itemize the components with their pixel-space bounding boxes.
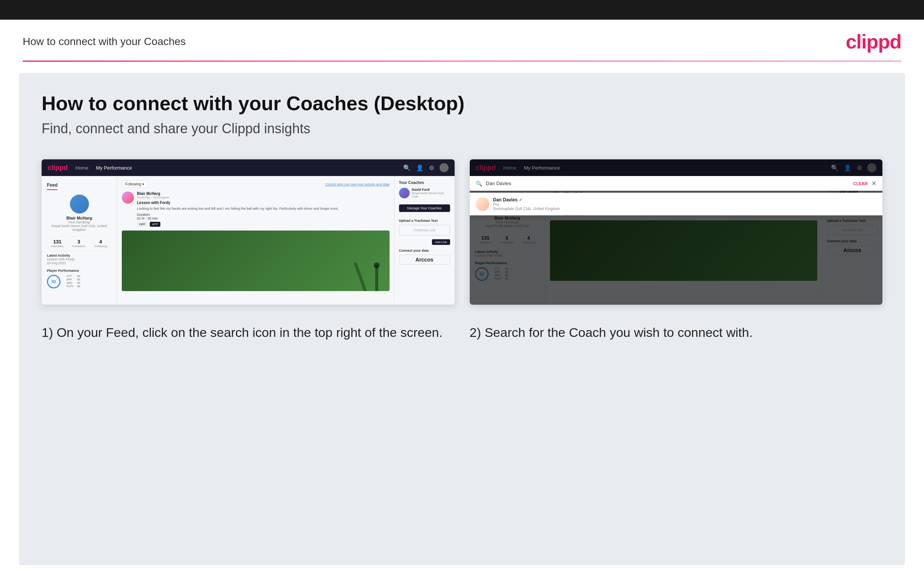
player-perf-title: Player Performance xyxy=(47,269,112,273)
verified-icon: ✔ xyxy=(519,197,523,203)
app-ui-1: clippd Home My Performance 🔍 👤 ⚙ Feed xyxy=(42,159,455,305)
search-input-display[interactable]: Dan Davies xyxy=(486,180,850,186)
avatar-img xyxy=(70,195,89,213)
profile-section: Blair McHarg Plus Handicap Royal North D… xyxy=(47,195,112,232)
profile-club: Royal North Devon Golf Club, United King… xyxy=(47,224,112,232)
result-name: Dan Davies xyxy=(493,197,518,203)
putt-bar: PUTT 96 xyxy=(66,285,80,288)
close-search-button[interactable]: ✕ xyxy=(871,180,876,187)
off-tag[interactable]: OFF xyxy=(137,222,147,227)
result-club: Sunningdale Golf Club, United Kingdom xyxy=(493,207,560,211)
stat-activities: 131 Activities xyxy=(52,239,63,248)
stats-row: 131 Activities 3 Followers 4 Following xyxy=(47,236,112,250)
golfer-body xyxy=(375,265,378,291)
latest-activity-name: Lesson with Fordy xyxy=(47,257,112,261)
screenshot-panel-2: clippd Home My Performance 🔍 👤 ⚙ Feed xyxy=(470,159,883,305)
result-avatar xyxy=(476,197,489,211)
logo: clippd xyxy=(846,30,901,53)
perf-bars: OTT 90 APP 85 xyxy=(66,275,80,289)
profile-handicap: Plus Handicap xyxy=(47,220,112,224)
nav-home[interactable]: Home xyxy=(75,165,89,171)
feed-tab[interactable]: Feed xyxy=(47,182,58,190)
activities-label: Activities xyxy=(52,245,63,248)
post-title: Lesson with Fordy xyxy=(137,201,390,205)
golfer-2 xyxy=(353,262,366,291)
coach-avatar xyxy=(399,188,409,198)
profile-icon[interactable]: 👤 xyxy=(416,164,424,172)
coaches-title: Your Coaches xyxy=(399,180,450,185)
header-divider xyxy=(23,60,901,62)
settings-icon[interactable]: ⚙ xyxy=(429,164,434,172)
latest-activity-title: Latest Activity xyxy=(47,253,112,257)
page-title: How to connect with your Coaches xyxy=(23,36,186,48)
search-results: Dan Davies ✔ Pro Sunningdale Golf Club, … xyxy=(470,193,883,215)
caption-2: 2) Search for the Coach you wish to conn… xyxy=(470,324,883,342)
main-title: How to connect with your Coaches (Deskto… xyxy=(42,92,882,115)
add-link-button[interactable]: Add Link xyxy=(432,239,450,245)
upload-title: Upload a Trackman Test xyxy=(399,219,450,222)
app-tag[interactable]: APP xyxy=(150,222,160,227)
quality-score: 92 xyxy=(47,275,60,289)
app-body-1: Feed Blair McHarg Plus Handicap Royal No… xyxy=(42,176,455,305)
coach-club: Royal North Devon Golf Club xyxy=(412,192,450,198)
latest-activity: Latest Activity Lesson with Fordy 03 Aug… xyxy=(47,253,112,265)
following-row: Following ▾ Control who can see your act… xyxy=(122,180,390,188)
result-role: Pro xyxy=(493,203,560,207)
profile-name: Blair McHarg xyxy=(47,216,112,220)
following-label: Following xyxy=(94,245,107,248)
nav-my-performance[interactable]: My Performance xyxy=(96,165,132,171)
manage-coaches-button[interactable]: Manage Your Coaches xyxy=(399,205,450,212)
arg-bar: ARG 86 xyxy=(66,282,80,284)
connect-title: Connect your data xyxy=(399,249,450,252)
nav-icons: 🔍 👤 ⚙ xyxy=(403,163,448,172)
app-nav-1: clippd Home My Performance 🔍 👤 ⚙ xyxy=(42,159,455,176)
following-count: 4 xyxy=(94,239,107,245)
stat-following: 4 Following xyxy=(94,239,107,248)
followers-label: Followers xyxy=(72,245,85,248)
activities-count: 131 xyxy=(52,239,63,245)
post-content: Blair McHarg Yesterday · Sunningdale Les… xyxy=(137,192,390,227)
search-result-dan-davies[interactable]: Dan Davies ✔ Pro Sunningdale Golf Club, … xyxy=(470,193,883,215)
following-button[interactable]: Following ▾ xyxy=(122,180,147,188)
golfer-head xyxy=(374,262,380,268)
duration-value: 01 hr : 30 min xyxy=(137,216,158,220)
caption-row: 1) On your Feed, click on the search ico… xyxy=(42,324,882,342)
upload-section: Upload a Trackman Test Trackman Link Add… xyxy=(399,219,450,245)
main-subtitle: Find, connect and share your Clippd insi… xyxy=(42,121,882,136)
app-ui-2: clippd Home My Performance 🔍 👤 ⚙ Feed xyxy=(470,159,883,305)
screenshot-panel-1: clippd Home My Performance 🔍 👤 ⚙ Feed xyxy=(42,159,455,305)
clear-button[interactable]: CLEAR xyxy=(853,181,867,186)
top-bar xyxy=(0,0,924,19)
trackman-placeholder: Trackman Link xyxy=(399,225,450,235)
user-avatar-nav[interactable] xyxy=(440,163,448,172)
ott-bar: OTT 90 xyxy=(66,275,80,278)
stat-followers: 3 Followers xyxy=(72,239,85,248)
header: How to connect with your Coaches clippd xyxy=(0,19,924,60)
profile-avatar xyxy=(70,195,89,213)
post-image xyxy=(122,231,390,291)
post-text: Looking to feel like my hands are exitin… xyxy=(137,206,390,211)
app-bar: APP 85 xyxy=(66,278,80,281)
search-bar: 🔍 Dan Davies CLEAR ✕ xyxy=(470,176,883,191)
connect-section: Connect your data Arccos xyxy=(399,249,450,265)
coach-item: David Ford Royal North Devon Golf Club xyxy=(399,188,450,198)
followers-count: 3 xyxy=(72,239,85,245)
right-panel-1: Your Coaches David Ford Royal North Devo… xyxy=(394,176,455,305)
latest-activity-date: 03 Aug 2022 xyxy=(47,261,112,265)
main-content: How to connect with your Coaches (Deskto… xyxy=(19,73,905,565)
search-bar-icon: 🔍 xyxy=(476,180,482,187)
post-author-name: Blair McHarg xyxy=(137,192,390,196)
post-time: Yesterday · Sunningdale xyxy=(137,196,390,199)
caption-1: 1) On your Feed, click on the search ico… xyxy=(42,324,455,342)
screenshots-row: clippd Home My Performance 🔍 👤 ⚙ Feed xyxy=(42,159,882,305)
center-panel-1: Following ▾ Control who can see your act… xyxy=(117,176,394,305)
control-link[interactable]: Control who can see your activity and da… xyxy=(325,182,390,186)
app-logo-1: clippd xyxy=(48,164,68,172)
arccos-logo: Arccos xyxy=(399,255,450,265)
result-info: Dan Davies ✔ Pro Sunningdale Golf Club, … xyxy=(493,197,560,211)
coach-name: David Ford xyxy=(412,188,450,192)
footer: Copyright Clippd 2022 xyxy=(0,576,924,578)
search-icon[interactable]: 🔍 xyxy=(403,164,411,172)
player-performance: Player Performance 92 OTT 90 xyxy=(47,269,112,289)
left-panel-1: Feed Blair McHarg Plus Handicap Royal No… xyxy=(42,176,117,305)
